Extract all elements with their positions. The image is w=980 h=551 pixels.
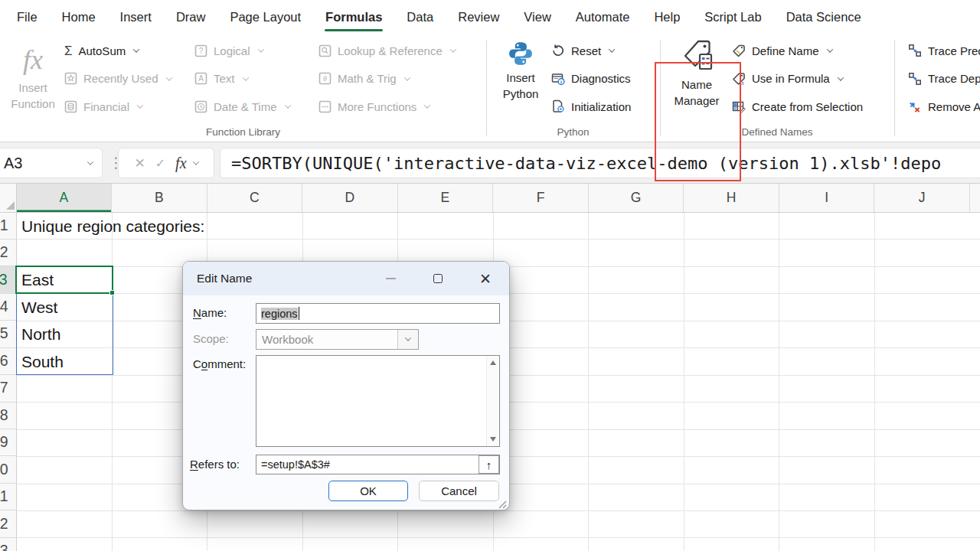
- remove-arrows-button[interactable]: Remove Arrows: [908, 93, 980, 121]
- close-icon[interactable]: ✕: [462, 262, 509, 295]
- maximize-icon[interactable]: [414, 262, 462, 295]
- recently-used-button[interactable]: Recently Used: [64, 65, 172, 93]
- menu-tab[interactable]: File: [5, 0, 50, 34]
- column-header[interactable]: J: [874, 184, 970, 212]
- column-header[interactable]: C: [207, 184, 303, 212]
- column-header[interactable]: G: [589, 184, 684, 212]
- row-header[interactable]: 6: [0, 348, 17, 375]
- menu-tab[interactable]: Draw: [164, 0, 218, 34]
- menu-tab[interactable]: Data Science: [774, 0, 874, 34]
- column-header[interactable]: I: [779, 184, 875, 212]
- name-box-chevron-icon[interactable]: [87, 158, 93, 165]
- row-header[interactable]: 9: [0, 429, 17, 456]
- resize-grip[interactable]: [496, 498, 507, 509]
- financial-icon: [64, 100, 77, 113]
- math-trig-button[interactable]: θ Math & Trig: [318, 65, 456, 93]
- row-header[interactable]: 7: [0, 375, 17, 402]
- cell-a6[interactable]: South: [21, 348, 64, 375]
- cancel-entry-icon[interactable]: ✕: [134, 155, 145, 171]
- row-header[interactable]: 11: [0, 484, 17, 510]
- menu-tab[interactable]: Script Lab: [692, 0, 773, 34]
- menu-tab[interactable]: Page Layout: [217, 0, 313, 34]
- column-header[interactable]: A: [17, 184, 113, 212]
- name-input[interactable]: regions: [256, 303, 500, 324]
- cell-a4[interactable]: West: [21, 294, 57, 321]
- formula-text: =SORTBY(UNIQUE('interactive-data-viz-exc…: [231, 154, 941, 173]
- row-header[interactable]: 4: [0, 294, 17, 321]
- row-header[interactable]: 2: [0, 240, 17, 266]
- logical-button[interactable]: ? Logical: [194, 37, 290, 65]
- use-in-formula-button[interactable]: fx Use in Formula: [732, 65, 863, 93]
- column-header[interactable]: D: [302, 184, 398, 212]
- name-input-selected-text: regions: [261, 308, 298, 320]
- diagnostics-icon: i: [551, 72, 565, 86]
- column-header[interactable]: B: [112, 184, 207, 212]
- select-all-corner[interactable]: [0, 184, 17, 212]
- cell-a1[interactable]: Unique region categories:: [21, 213, 204, 240]
- collapse-dialog-button[interactable]: ↑: [479, 455, 499, 474]
- comment-textarea[interactable]: [256, 355, 500, 447]
- row-header[interactable]: 10: [0, 456, 17, 483]
- enter-entry-icon[interactable]: ✓: [155, 156, 165, 171]
- initialization-icon: [551, 99, 565, 113]
- dialog-title-bar[interactable]: Edit Name ✕: [183, 262, 509, 295]
- cancel-button[interactable]: Cancel: [419, 481, 499, 501]
- refers-to-input[interactable]: =setup!$A$3# ↑: [256, 455, 500, 474]
- svg-text:?: ?: [199, 47, 204, 55]
- dialog-title: Edit Name: [197, 272, 252, 285]
- text-button[interactable]: A Text: [194, 65, 290, 93]
- reset-button[interactable]: Reset: [551, 37, 631, 65]
- scroll-up-icon[interactable]: [490, 360, 496, 365]
- formula-input[interactable]: =SORTBY(UNIQUE('interactive-data-viz-exc…: [220, 148, 980, 178]
- more-functions-button[interactable]: More Functions: [318, 93, 456, 121]
- initialization-button[interactable]: Initialization: [551, 93, 631, 121]
- menu-tab[interactable]: Data: [394, 0, 446, 34]
- ok-button[interactable]: OK: [328, 481, 408, 501]
- text-cursor: [299, 307, 299, 320]
- name-box[interactable]: A3: [0, 148, 103, 178]
- fill-handle[interactable]: [109, 290, 115, 295]
- define-name-button[interactable]: Define Name: [732, 37, 863, 65]
- lookup-reference-label: Lookup & Reference: [338, 44, 443, 57]
- row-header[interactable]: 1: [0, 213, 17, 240]
- row-header[interactable]: 12: [0, 510, 17, 537]
- recently-used-icon: [64, 72, 77, 85]
- date-time-icon: [194, 100, 207, 113]
- autosum-button[interactable]: Σ AutoSum: [64, 37, 172, 65]
- row-header[interactable]: 3: [0, 266, 17, 293]
- remove-arrows-icon: [908, 99, 922, 113]
- date-time-button[interactable]: Date & Time: [194, 93, 290, 121]
- scrollbar[interactable]: [486, 356, 499, 446]
- menu-tab[interactable]: Help: [642, 0, 692, 34]
- trace-dependents-button[interactable]: Trace Dependents: [908, 65, 980, 93]
- financial-button[interactable]: Financial: [64, 93, 172, 121]
- diagnostics-label: Diagnostics: [571, 72, 631, 85]
- menu-tab[interactable]: Home: [50, 0, 108, 34]
- column-header[interactable]: H: [684, 184, 779, 212]
- cell-a5[interactable]: North: [21, 321, 60, 347]
- reset-icon: [551, 44, 565, 57]
- menu-tab[interactable]: Review: [446, 0, 511, 34]
- menu-tab[interactable]: View: [511, 0, 563, 34]
- fx-chevron-icon[interactable]: [192, 158, 198, 165]
- menu-tab[interactable]: Insert: [108, 0, 164, 34]
- scroll-down-icon[interactable]: [490, 437, 496, 442]
- lookup-reference-button[interactable]: Lookup & Reference: [318, 37, 456, 65]
- row-header[interactable]: 5: [0, 321, 17, 347]
- insert-function-button[interactable]: fx Insert Function: [6, 40, 60, 112]
- text-label: Text: [214, 72, 235, 85]
- use-in-formula-label: Use in Formula: [752, 72, 830, 85]
- group-label-python: Python: [486, 126, 660, 138]
- insert-python-button[interactable]: Insert Python: [496, 40, 545, 102]
- row-header[interactable]: 8: [0, 403, 17, 429]
- create-from-selection-button[interactable]: Create from Selection: [732, 93, 863, 121]
- menu-tab[interactable]: Automate: [564, 0, 642, 34]
- column-header[interactable]: F: [493, 184, 589, 212]
- row-header[interactable]: 13: [0, 538, 17, 551]
- group-separator: [894, 40, 895, 136]
- menu-tab[interactable]: Formulas: [313, 0, 394, 34]
- insert-function-fx-icon[interactable]: fx: [175, 155, 186, 172]
- trace-precedents-button[interactable]: Trace Precedents: [908, 37, 980, 65]
- diagnostics-button[interactable]: i Diagnostics: [551, 65, 631, 93]
- column-header[interactable]: E: [398, 184, 494, 212]
